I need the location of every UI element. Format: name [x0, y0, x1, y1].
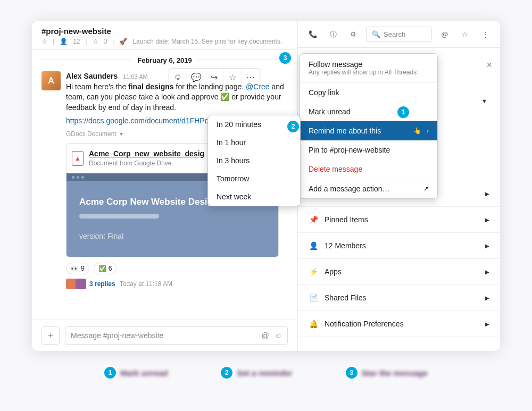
composer-placeholder: Message #proj-new-website	[71, 331, 163, 340]
message-author[interactable]: Alex Saunders	[66, 72, 118, 80]
replies-time: Today at 11:18 AM	[120, 280, 172, 289]
doc-source: Document from Google Drive	[89, 159, 204, 168]
members-icon[interactable]: 👤	[60, 38, 68, 45]
remind-1h[interactable]: In 1 hour	[208, 133, 300, 152]
file-icon: 📄	[309, 293, 318, 302]
channel-name[interactable]: #proj-new-website	[41, 27, 288, 36]
reaction-check[interactable]: ✅6	[94, 263, 117, 275]
follow-title[interactable]: Follow message	[309, 60, 429, 69]
legend-1: 1 Mark unread	[104, 367, 168, 379]
cursor-icon: 👆 ›	[413, 127, 429, 135]
section-members[interactable]: 👤 12 Members▶	[298, 233, 500, 259]
channel-meta: ☆| 👤12| ☆0| 🚀 Launch date: March 15. See…	[41, 38, 288, 45]
callout-badge-3: 3	[279, 52, 291, 64]
section-pinned[interactable]: 📌 Pinned Items▶	[298, 207, 500, 233]
thread-replies[interactable]: 3 replies Today at 11:18 AM	[66, 279, 288, 289]
legend: 1 Mark unread 2 Set a reminder 3 Star th…	[0, 367, 532, 379]
members-count: 12	[73, 38, 80, 45]
channel-header: #proj-new-website ☆| 👤12| ☆0| 🚀 Launch d…	[32, 21, 297, 50]
message-link[interactable]: https://docs.google.com/document/d1FHPdX	[66, 116, 214, 125]
date-divider: February 6, 2019	[32, 50, 297, 68]
attach-button[interactable]: +	[41, 326, 60, 345]
message-time: 11:03 AM	[123, 73, 147, 80]
slack-window: #proj-new-website ☆| 👤12| ☆0| 🚀 Launch d…	[32, 21, 500, 351]
avatar[interactable]: A	[41, 71, 61, 90]
emoji-icon[interactable]: ☺	[275, 331, 282, 340]
message-actions-menu: Follow message Any replies will show up …	[300, 53, 438, 199]
remind-20m[interactable]: In 20 minutes	[208, 115, 300, 133]
search-input[interactable]: 🔍 Search	[366, 27, 432, 42]
composer: + Message #proj-new-website @ ☺	[32, 320, 297, 351]
replies-link[interactable]: 3 replies	[89, 280, 115, 289]
search-icon: 🔍	[372, 30, 380, 38]
reactions: 👀9 ✅6	[66, 263, 288, 275]
menu-mark-unread[interactable]: Mark unread	[300, 102, 437, 121]
topic-emoji: 🚀	[119, 38, 127, 45]
menu-pin[interactable]: Pin to #proj-new-website	[300, 140, 437, 160]
pins-count: 0	[104, 38, 107, 45]
preview-progress-bar	[79, 214, 159, 219]
menu-remind-me[interactable]: Remind me about this 👆 ›	[300, 121, 437, 140]
mention[interactable]: @Cree	[246, 82, 270, 91]
menu-delete[interactable]: Delete message	[300, 160, 437, 179]
call-icon[interactable]: 📞	[305, 27, 320, 42]
mention-icon[interactable]: @	[261, 331, 269, 340]
follow-sub: Any replies will show up in All Threads	[309, 69, 429, 76]
side-header: 📞 ⓘ ⚙ 🔍 Search @ ☆ ⋮	[298, 21, 500, 48]
doc-title: Acme_Corp_new_website_desig	[89, 149, 204, 160]
section-files[interactable]: 📄 Shared Files▶	[298, 285, 500, 311]
info-icon[interactable]: ⓘ	[326, 27, 340, 42]
side-sections: ✦ Highlights▶ 📌 Pinned Items▶ 👤 12 Membe…	[298, 181, 500, 351]
channel-topic: Launch date: March 15. See pins for key …	[132, 38, 282, 45]
menu-copy-link[interactable]: Copy link	[300, 83, 437, 102]
pin-icon[interactable]: ☆	[93, 38, 98, 45]
close-icon[interactable]: ✕	[486, 61, 493, 69]
section-apps[interactable]: ⚡ Apps▶	[298, 259, 500, 285]
bolt-icon: ⚡	[309, 267, 318, 276]
pdf-icon: ▲	[72, 151, 84, 166]
message-input[interactable]: Message #proj-new-website @ ☺	[65, 326, 288, 345]
bell-icon: 🔔	[309, 320, 318, 328]
at-icon[interactable]: @	[437, 27, 452, 42]
star-icon[interactable]: ☆	[41, 38, 47, 45]
callout-badge-2: 2	[287, 121, 299, 132]
callout-badge-1: 1	[397, 106, 409, 118]
remind-submenu: In 20 minutes In 1 hour In 3 hours Tomor…	[207, 115, 301, 206]
remind-tomorrow[interactable]: Tomorrow	[208, 170, 300, 188]
remind-next-week[interactable]: Next week	[208, 188, 300, 206]
chevron-down-icon[interactable]: ▾	[120, 130, 123, 139]
legend-2: 2 Set a reminder	[221, 367, 292, 379]
preview-version: version: Final	[79, 231, 265, 242]
section-notifications[interactable]: 🔔 Notification Preferences▶	[298, 311, 500, 337]
chevron-right-icon: ▶	[485, 191, 489, 197]
message-text: Hi team here's the final designs for the…	[66, 82, 288, 113]
reaction-eyes[interactable]: 👀9	[66, 263, 89, 275]
remind-3h[interactable]: In 3 hours	[208, 152, 300, 170]
chevron-down-icon[interactable]: ▼	[481, 98, 487, 104]
kebab-icon[interactable]: ⋮	[478, 27, 493, 42]
external-icon: ↗	[423, 185, 429, 192]
person-icon: 👤	[309, 241, 318, 250]
menu-add-action[interactable]: Add a message action… ↗	[300, 179, 437, 198]
reply-avatars	[66, 279, 85, 289]
search-placeholder: Search	[384, 30, 405, 38]
star-icon[interactable]: ☆	[458, 27, 472, 42]
pin-icon: 📌	[309, 215, 318, 224]
gear-icon[interactable]: ⚙	[346, 27, 361, 42]
legend-3: 3 Star the message	[346, 367, 428, 379]
